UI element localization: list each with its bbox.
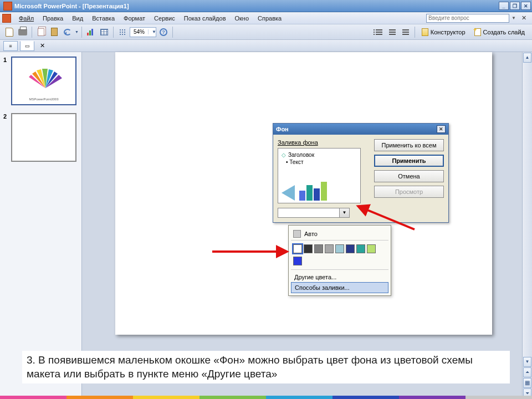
color-swatch[interactable] [304, 244, 313, 253]
inner-close-button[interactable]: ✕ [518, 14, 530, 22]
background-dialog: Фон ✕ Заливка фона ◇ Заголовок • Текст [273, 123, 449, 223]
auto-color-item[interactable]: Авто [291, 228, 388, 241]
apply-all-button[interactable]: Применить ко всем [374, 139, 444, 151]
minimize-button[interactable]: _ [499, 2, 509, 10]
undo-button[interactable] [62, 26, 74, 38]
bullets-button[interactable] [373, 26, 385, 38]
window-title: Microsoft PowerPoint - [Презентация1] [14, 3, 129, 9]
chevron-down-icon[interactable]: ▼ [339, 208, 349, 217]
color-swatch[interactable] [346, 244, 355, 253]
menu-file[interactable]: Файл [14, 13, 38, 23]
decrease-indent-button[interactable] [400, 26, 412, 38]
color-swatch[interactable] [367, 244, 376, 253]
color-stripe [0, 396, 532, 399]
window-controls: _ ❐ ✕ [499, 2, 531, 10]
color-swatch[interactable] [325, 244, 334, 253]
thumbnail-pane: 1 MSPowerPoint2003 2 [0, 52, 82, 399]
app-icon [3, 2, 12, 11]
fill-effects-item[interactable]: Способы заливки... [291, 282, 388, 293]
numbering-button[interactable] [386, 26, 398, 38]
fill-color-dropdown[interactable]: ▼ [278, 208, 350, 218]
more-colors-item[interactable]: Другие цвета... [291, 272, 388, 282]
color-popup: Авто Другие цвета... Способы заливки... [288, 225, 391, 296]
dialog-title-bar[interactable]: Фон ✕ [273, 124, 448, 135]
main-area: 1 MSPowerPoint2003 2 [0, 52, 532, 399]
copy-button[interactable] [35, 26, 47, 38]
slide-thumb-2[interactable]: 2 [3, 113, 78, 162]
vertical-scrollbar[interactable]: ▲ ▼ ⏶ ▦ ⏷ [522, 52, 532, 399]
zoom-combo[interactable]: 54% ▼ [130, 27, 156, 37]
menu-slideshow[interactable]: Показ слайдов [180, 13, 231, 23]
prev-slide-button[interactable]: ⏶ [523, 367, 531, 377]
outline-tab[interactable]: ≡ [3, 41, 18, 51]
chart-button[interactable] [85, 26, 97, 38]
chevron-down-icon[interactable]: ▼ [148, 29, 156, 34]
menu-bar: Файл Правка Вид Вставка Формат Сервис По… [0, 12, 532, 24]
new-slide-button[interactable]: Создать слайд [470, 26, 529, 38]
instruction-caption: 3. В появившемся маленьком окошке «Фон» … [22, 351, 510, 383]
menu-window[interactable]: Окно [231, 13, 254, 23]
print-button[interactable] [17, 26, 29, 38]
doc-icon [2, 14, 11, 23]
color-swatch[interactable] [293, 257, 302, 265]
paste-button[interactable] [48, 26, 60, 38]
menu-tools[interactable]: Сервис [150, 13, 180, 23]
slide-canvas: Фон ✕ Заливка фона ◇ Заголовок • Текст [82, 52, 532, 399]
scroll-down-button[interactable]: ▼ [523, 357, 531, 367]
dialog-close-button[interactable]: ✕ [437, 125, 446, 133]
menu-view[interactable]: Вид [68, 13, 88, 23]
designer-button[interactable]: Конструктор [418, 26, 469, 38]
scheme-colors-row [291, 243, 388, 255]
zoom-value: 54% [130, 29, 148, 35]
cancel-button[interactable]: Отмена [374, 170, 444, 182]
close-button[interactable]: ✕ [521, 2, 531, 10]
scroll-up-button[interactable]: ▲ [523, 53, 531, 63]
apply-button[interactable]: Применить [374, 155, 444, 167]
ask-input[interactable] [426, 14, 509, 23]
view-tabs: ≡ ▭ ✕ [0, 40, 532, 52]
auto-swatch [293, 230, 301, 238]
restore-button[interactable]: ❐ [510, 2, 520, 10]
color-fan-icon [23, 63, 68, 91]
preview-button[interactable]: Просмотр [374, 186, 444, 198]
color-swatch[interactable] [335, 244, 344, 253]
title-bar: Microsoft PowerPoint - [Презентация1] _ … [0, 0, 532, 12]
color-swatch[interactable] [314, 244, 323, 253]
slide-nav-button[interactable]: ▦ [523, 378, 531, 388]
grid-button[interactable] [116, 26, 129, 38]
table-button[interactable] [98, 26, 110, 38]
recent-colors-row [291, 255, 388, 267]
new-file-button[interactable] [3, 26, 16, 38]
menu-insert[interactable]: Вставка [88, 13, 119, 23]
close-tabs-button[interactable]: ✕ [37, 42, 48, 49]
slides-tab[interactable]: ▭ [20, 41, 34, 51]
fill-label: Заливка фона [278, 139, 370, 146]
color-swatch[interactable] [356, 244, 365, 253]
color-swatch[interactable] [293, 244, 302, 253]
slide-thumb-1[interactable]: 1 MSPowerPoint2003 [3, 57, 78, 105]
ask-box: ▼ ✕ [426, 14, 530, 23]
menu-format[interactable]: Формат [119, 13, 150, 23]
help-button[interactable]: ? [157, 26, 170, 38]
menu-help[interactable]: Справка [253, 13, 286, 23]
menu-edit[interactable]: Правка [38, 13, 68, 23]
toolbar: ▼ 54% ▼ ? Конструктор Создать слайд [0, 24, 532, 40]
fill-preview: ◇ Заголовок • Текст [278, 148, 361, 203]
